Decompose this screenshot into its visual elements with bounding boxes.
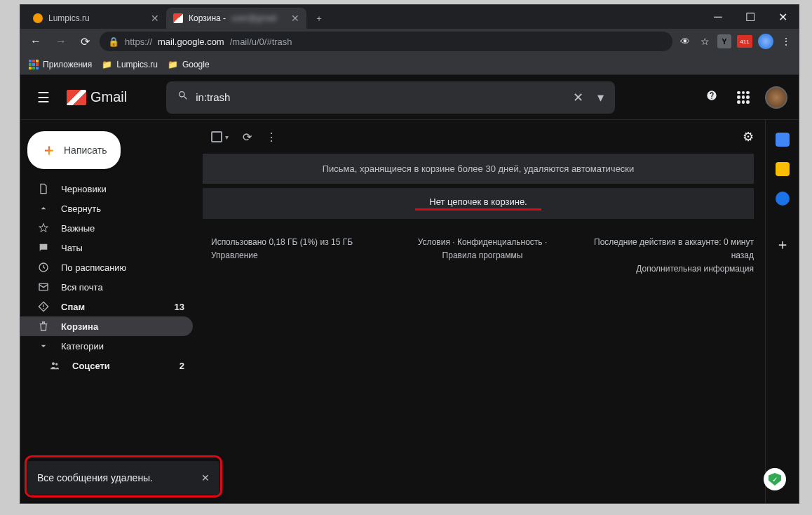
clock-icon <box>37 262 50 273</box>
hamburger-button[interactable]: ☰ <box>32 83 55 112</box>
storage-link[interactable]: Управление <box>211 249 373 262</box>
keep-icon[interactable] <box>776 162 790 176</box>
star-icon[interactable]: ☆ <box>698 34 712 48</box>
extension-y-icon[interactable]: Y <box>717 34 731 48</box>
maximize-button[interactable]: ☐ <box>734 5 766 29</box>
address-bar: ← → ⟳ 🔒 https://mail.google.com/mail/u/0… <box>20 29 799 54</box>
url-prefix: https:// <box>125 36 152 47</box>
tab-title: Корзина - <box>189 13 226 23</box>
tab-1[interactable]: Lumpics.ru ✕ <box>26 8 166 29</box>
activity-link[interactable]: Дополнительная информация <box>592 262 754 276</box>
reload-button[interactable]: ⟳ <box>76 32 94 51</box>
bookmark-folder-1[interactable]: 📁 Lumpics.ru <box>102 60 158 69</box>
add-addon-button[interactable]: ＋ <box>776 235 790 254</box>
sidebar-item-chat[interactable]: Чаты <box>20 238 193 258</box>
star-icon <box>37 222 50 234</box>
account-avatar[interactable] <box>765 86 787 109</box>
banner-text: Письма, хранящиеся в корзине более 30 дн… <box>323 163 635 174</box>
chat-icon <box>37 242 50 253</box>
forward-button[interactable]: → <box>51 32 71 51</box>
bookmarks-bar: Приложения 📁 Lumpics.ru 📁 Google <box>20 54 799 75</box>
titlebar: Lumpics.ru ✕ Корзина - user@gmail ✕ ＋ ─ … <box>20 5 799 29</box>
gmail-logo-text: Gmail <box>90 89 127 105</box>
sidebar-item-people[interactable]: Соцсети 2 <box>20 356 193 375</box>
menu-icon[interactable]: ⋮ <box>779 34 793 48</box>
compose-button[interactable]: ＋ Написать <box>27 131 121 169</box>
sidebar-item-label: Спам <box>61 302 85 312</box>
sidebar-item-spam[interactable]: Спам 13 <box>20 297 193 316</box>
footer-terms[interactable]: Условия · Конфиденциальность · Правила п… <box>401 236 563 276</box>
more-button[interactable]: ⋮ <box>266 131 277 144</box>
sidebar-item-trash[interactable]: Корзина <box>20 316 193 336</box>
refresh-button[interactable]: ⟳ <box>243 131 252 144</box>
search-icon[interactable] <box>170 90 196 105</box>
annotation-underline <box>415 208 541 210</box>
sidebar-item-chevron-up[interactable]: Свернуть <box>20 199 193 218</box>
sidebar-item-file[interactable]: Черновики <box>20 179 193 199</box>
sidebar-item-label: По расписанию <box>61 262 126 273</box>
close-button[interactable]: ✕ <box>766 5 799 29</box>
file-icon <box>37 183 50 194</box>
clear-icon[interactable]: ✕ <box>566 90 590 105</box>
sidebar: ＋ Написать Черновики Свернуть Важные Чат… <box>20 120 200 503</box>
apps-button[interactable] <box>733 87 754 108</box>
plus-icon: ＋ <box>41 140 57 161</box>
sidebar-item-count: 13 <box>175 302 184 312</box>
help-button[interactable] <box>702 86 722 109</box>
footer-storage: Использовано 0,18 ГБ (1%) из 15 ГБ Управ… <box>211 236 373 276</box>
url-field[interactable]: 🔒 https://mail.google.com/mail/u/0/#tras… <box>100 32 672 51</box>
sidebar-item-label: Корзина <box>61 321 98 332</box>
mail-icon <box>37 281 50 293</box>
close-icon[interactable]: ✕ <box>291 13 299 24</box>
sidebar-item-count: 2 <box>180 361 184 371</box>
search-bar: ✕ ▾ <box>166 81 615 114</box>
close-icon[interactable]: ✕ <box>151 13 159 24</box>
sidebar-item-label: Категории <box>61 341 104 352</box>
window-controls: ─ ☐ ✕ <box>702 5 799 29</box>
toolbar: ▾ ⟳ ⋮ ⚙ <box>200 120 765 154</box>
sidebar-item-star[interactable]: Важные <box>20 218 193 238</box>
gmail-app: ☰ Gmail ✕ ▾ ＋ Написать <box>20 75 799 503</box>
storage-text: Использовано 0,18 ГБ (1%) из 15 ГБ <box>211 236 373 249</box>
footer-activity: Последние действия в аккаунте: 0 минут н… <box>592 236 754 276</box>
bookmark-label: Google <box>182 60 210 69</box>
profile-avatar[interactable] <box>758 34 773 49</box>
sidebar-item-label: Свернуть <box>61 203 101 214</box>
empty-state: Нет цепочек в корзине. <box>203 188 754 219</box>
activity-text: Последние действия в аккаунте: 0 минут н… <box>592 236 754 262</box>
gmail-logo[interactable]: Gmail <box>67 89 127 105</box>
shield-icon: ✓ <box>769 473 781 486</box>
tab-2[interactable]: Корзина - user@gmail ✕ <box>166 8 306 29</box>
sidebar-item-mail[interactable]: Вся почта <box>20 277 193 297</box>
extension-badge[interactable]: 411 <box>737 35 752 48</box>
select-all[interactable]: ▾ <box>211 131 229 142</box>
minimize-button[interactable]: ─ <box>702 5 734 29</box>
dropdown-icon[interactable]: ▾ <box>590 90 611 105</box>
lock-icon: 🔒 <box>108 36 119 47</box>
new-tab-button[interactable]: ＋ <box>306 8 332 29</box>
toast-notification: Все сообщения удалены. ✕ <box>27 461 219 495</box>
settings-button[interactable]: ⚙ <box>743 129 754 145</box>
chevron-up-icon <box>37 203 50 214</box>
security-badge[interactable]: ✓ <box>764 468 786 490</box>
checkbox-icon <box>211 131 222 142</box>
sidebar-item-clock[interactable]: По расписанию <box>20 258 193 277</box>
sidebar-item-caret[interactable]: Категории <box>20 336 193 356</box>
svg-point-1 <box>52 362 55 365</box>
favicon-icon <box>173 13 183 23</box>
toast-text: Все сообщения удалены. <box>37 472 153 483</box>
main-pane: ▾ ⟳ ⋮ ⚙ Письма, хранящиеся в корзине бол… <box>200 120 765 503</box>
tab-strip: Lumpics.ru ✕ Корзина - user@gmail ✕ ＋ <box>20 5 702 29</box>
tab-title-suffix: user@gmail <box>231 13 276 23</box>
close-icon[interactable]: ✕ <box>201 472 210 483</box>
search-input[interactable] <box>196 91 566 103</box>
back-button[interactable]: ← <box>26 32 46 51</box>
tasks-icon[interactable] <box>776 192 790 206</box>
eye-icon[interactable]: 👁 <box>678 34 692 48</box>
bookmark-apps[interactable]: Приложения <box>29 60 92 69</box>
people-icon <box>48 360 61 371</box>
calendar-icon[interactable] <box>776 133 790 147</box>
bookmark-label: Lumpics.ru <box>116 60 158 69</box>
bookmark-folder-2[interactable]: 📁 Google <box>168 60 210 69</box>
url-path: /mail/u/0/#trash <box>230 36 292 47</box>
